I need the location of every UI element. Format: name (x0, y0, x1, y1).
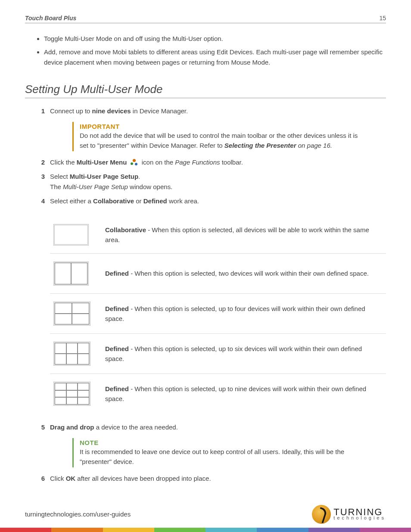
text: or (134, 197, 143, 205)
option-row-defined-9: Defined - When this option is selected, … (50, 374, 386, 414)
step-number: 5 (34, 422, 45, 432)
brand-logo-text: TURNING technologies (333, 508, 386, 521)
text: Connect up to (50, 107, 92, 115)
defined-6-icon (53, 342, 90, 366)
text: Click the (50, 159, 77, 166)
steps-list: 1 Connect up to nine devices in Device M… (34, 106, 386, 116)
page-number: 15 (379, 15, 386, 22)
text-bold: OK (66, 475, 76, 482)
step-1: 1 Connect up to nine devices in Device M… (34, 106, 386, 116)
stripe-seg (103, 528, 154, 532)
text-italic: Page Functions (175, 159, 220, 166)
defined-9-icon (53, 382, 90, 406)
stripe-seg (257, 528, 308, 532)
step-body: Select either a Collaborative or Defined… (50, 196, 386, 418)
text-bold: Defined (143, 197, 167, 205)
option-label: Defined (105, 270, 129, 277)
intro-bullet: Add, remove and move Mobi tablets to dif… (44, 47, 386, 67)
step-number: 6 (34, 473, 45, 483)
steps-list: 2 Click the Multi-User Menu icon on the … (34, 157, 386, 432)
option-row-defined-6: Defined - When this option is selected, … (50, 334, 386, 374)
step-number: 3 (34, 171, 45, 192)
step-5: 5 Drag and drop a device to the area nee… (34, 422, 386, 432)
option-row-defined-4: Defined - When this option is selected, … (50, 294, 386, 334)
text: . (138, 173, 140, 180)
step-2: 2 Click the Multi-User Menu icon on the … (34, 157, 386, 167)
step-6: 6 Click OK after all devices have been d… (34, 473, 386, 483)
step-body: Drag and drop a device to the area neede… (50, 422, 386, 432)
option-row-defined-2: Defined - When this option is selected, … (50, 254, 386, 294)
brand-logo: TURNING technologies (312, 505, 386, 524)
stripe-seg (206, 528, 257, 532)
callout-text: It is recommended to leave one device ou… (80, 447, 365, 467)
step-number: 1 (34, 106, 45, 116)
footer-url[interactable]: turningtechnologies.com/user-guides (25, 510, 131, 518)
option-label: Defined (105, 345, 129, 352)
step-body: Select Multi-User Page Setup. The Multi-… (50, 171, 386, 192)
option-desc: - When this option is selected, up to ni… (105, 385, 366, 402)
step-number: 2 (34, 157, 45, 167)
footer-color-stripe (0, 528, 411, 532)
text-italic: Multi-User Page Setup (63, 183, 128, 190)
callout-label: NOTE (80, 439, 365, 446)
page: Touch Board Plus 15 Toggle Multi-User Mo… (0, 0, 411, 528)
doc-title: Touch Board Plus (25, 15, 76, 22)
text-bold: Drag and drop (50, 423, 94, 431)
stripe-seg (51, 528, 103, 532)
text: Click (50, 475, 66, 482)
option-desc: - When this option is selected, up to fo… (105, 305, 365, 322)
option-desc: - When this option is selected, two devi… (129, 270, 369, 277)
defined-2-icon (53, 261, 89, 286)
text: after all devices have been dropped into… (75, 475, 211, 482)
callout-note: NOTE It is recommended to leave one devi… (72, 438, 365, 467)
xref-link[interactable]: Selecting the Presenter (224, 142, 296, 149)
step-body: Click the Multi-User Menu icon on the Pa… (50, 157, 386, 167)
stripe-seg (154, 528, 206, 532)
intro-bullet-list: Toggle Multi-User Mode on and off using … (44, 34, 386, 67)
step-body: Connect up to nine devices in Device Man… (50, 106, 386, 116)
callout-important: IMPORTANT Do not add the device that wil… (72, 122, 365, 151)
option-label: Defined (105, 305, 129, 312)
intro-bullet: Toggle Multi-User Mode on and off using … (44, 34, 386, 44)
stripe-seg (0, 528, 51, 532)
brand-logo-mark-icon (312, 505, 331, 524)
page-footer: turningtechnologies.com/user-guides TURN… (25, 501, 386, 528)
step-3: 3 Select Multi-User Page Setup. The Mult… (34, 171, 386, 192)
text: Select either a (50, 197, 93, 205)
work-area-options-table: Collaborative - When this option is sele… (50, 216, 386, 414)
step-4: 4 Select either a Collaborative or Defin… (34, 196, 386, 418)
option-row-collaborative: Collaborative - When this option is sele… (50, 216, 386, 254)
option-desc: - When this option is selected, up to si… (105, 345, 362, 362)
text-bold: Multi-User Menu (77, 159, 127, 166)
defined-4-icon (53, 302, 90, 326)
text: a device to the area needed. (94, 423, 178, 431)
stripe-seg (360, 528, 411, 532)
section-heading: Setting Up Multi-User Mode (25, 83, 386, 98)
callout-label: IMPORTANT (80, 123, 365, 130)
text: in Device Manager. (131, 107, 188, 115)
text: on page 16. (296, 142, 332, 149)
brand-tagline: technologies (333, 516, 386, 520)
text: work area. (167, 197, 199, 205)
collaborative-icon (53, 224, 89, 246)
text: window opens. (128, 183, 172, 190)
option-label: Collaborative (105, 226, 146, 233)
step-number: 4 (34, 196, 45, 418)
text: The (50, 183, 63, 190)
text: Select (50, 173, 70, 180)
stripe-seg (308, 528, 360, 532)
text: toolbar. (220, 159, 243, 166)
callout-text: Do not add the device that will be used … (80, 131, 365, 150)
text: icon on the (142, 159, 175, 166)
text-bold: Collaborative (93, 197, 134, 205)
step-body: Click OK after all devices have been dro… (50, 473, 386, 483)
multi-user-menu-icon (131, 159, 138, 166)
steps-list: 6 Click OK after all devices have been d… (34, 473, 386, 483)
running-header: Touch Board Plus 15 (25, 15, 386, 23)
text-bold: Multi-User Page Setup (70, 173, 138, 180)
option-label: Defined (105, 385, 129, 392)
text-bold: nine devices (92, 107, 131, 115)
